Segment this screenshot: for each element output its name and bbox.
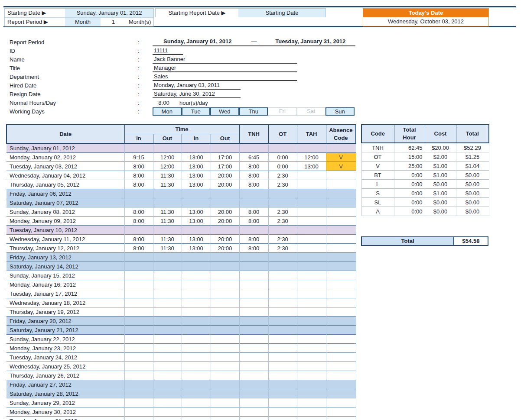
time-cell[interactable]: 20:00 bbox=[211, 171, 239, 180]
absence-code-cell[interactable] bbox=[326, 398, 356, 407]
time-cell[interactable] bbox=[268, 380, 297, 389]
date-cell[interactable]: Monday, January 09, 2012 bbox=[7, 216, 124, 226]
time-cell[interactable]: 8:00 bbox=[124, 244, 153, 253]
working-day-sat[interactable]: Sat bbox=[297, 107, 326, 116]
time-cell[interactable] bbox=[268, 389, 297, 398]
time-cell[interactable]: 8:00 bbox=[124, 162, 153, 171]
working-day-fri[interactable]: Fri bbox=[268, 107, 297, 116]
total-hour-cell[interactable]: 0:00 bbox=[394, 171, 425, 180]
time-cell[interactable] bbox=[182, 262, 211, 271]
code-cell[interactable]: SL bbox=[361, 198, 394, 207]
time-cell[interactable] bbox=[182, 398, 211, 407]
time-cell[interactable] bbox=[268, 198, 297, 207]
date-cell[interactable]: Monday, January 30, 2012 bbox=[7, 407, 124, 417]
time-cell[interactable] bbox=[239, 417, 268, 420]
time-cell[interactable] bbox=[297, 262, 326, 271]
time-cell[interactable]: 13:00 bbox=[297, 162, 326, 171]
time-cell[interactable] bbox=[268, 326, 297, 335]
time-cell[interactable] bbox=[153, 335, 182, 344]
time-cell[interactable] bbox=[297, 289, 326, 298]
time-cell[interactable] bbox=[182, 380, 211, 389]
total-cell[interactable]: $0.00 bbox=[456, 189, 489, 198]
time-cell[interactable] bbox=[124, 143, 153, 153]
time-cell[interactable] bbox=[297, 271, 326, 280]
time-cell[interactable]: 2:30 bbox=[268, 216, 297, 226]
time-cell[interactable] bbox=[124, 253, 153, 262]
absence-code-cell[interactable] bbox=[326, 407, 356, 417]
absence-code-cell[interactable] bbox=[326, 216, 356, 226]
time-cell[interactable]: 20:00 bbox=[211, 244, 239, 253]
grand-total-value[interactable]: $54.58 bbox=[454, 237, 488, 245]
time-cell[interactable]: 13:00 bbox=[182, 235, 211, 244]
time-cell[interactable]: 2:30 bbox=[268, 235, 297, 244]
time-cell[interactable] bbox=[153, 371, 182, 380]
date-cell[interactable]: Wednesday, January 25, 2012 bbox=[7, 362, 124, 371]
time-cell[interactable] bbox=[211, 353, 239, 362]
time-cell[interactable] bbox=[297, 171, 326, 180]
time-cell[interactable] bbox=[124, 353, 153, 362]
cost-cell[interactable]: $0.00 bbox=[425, 180, 456, 189]
time-cell[interactable] bbox=[153, 280, 182, 289]
time-cell[interactable]: 20:00 bbox=[211, 235, 239, 244]
absence-code-cell[interactable] bbox=[326, 289, 356, 298]
date-cell[interactable]: Sunday, January 15, 2012 bbox=[7, 271, 124, 280]
time-cell[interactable] bbox=[239, 189, 268, 198]
time-cell[interactable] bbox=[153, 398, 182, 407]
time-cell[interactable]: 0:00 bbox=[268, 162, 297, 171]
time-cell[interactable] bbox=[211, 326, 239, 335]
time-cell[interactable] bbox=[239, 317, 268, 326]
time-cell[interactable] bbox=[268, 344, 297, 353]
time-cell[interactable] bbox=[182, 271, 211, 280]
date-cell[interactable]: Saturday, January 14, 2012 bbox=[7, 262, 124, 271]
working-day-thu[interactable]: Thu bbox=[239, 107, 268, 116]
date-cell[interactable]: Tuesday, January 24, 2012 bbox=[7, 353, 124, 362]
time-cell[interactable] bbox=[239, 407, 268, 417]
time-cell[interactable] bbox=[153, 380, 182, 389]
report-period-from[interactable]: Sunday, January 01, 2012 bbox=[153, 38, 242, 45]
time-cell[interactable]: 20:00 bbox=[211, 207, 239, 216]
date-cell[interactable]: Friday, January 06, 2012 bbox=[7, 189, 124, 198]
time-cell[interactable]: 2:30 bbox=[268, 180, 297, 189]
title-value[interactable]: Manager bbox=[153, 64, 297, 72]
date-cell[interactable]: Sunday, January 22, 2012 bbox=[7, 335, 124, 344]
time-cell[interactable] bbox=[153, 353, 182, 362]
total-hour-cell[interactable]: 0:00 bbox=[394, 189, 425, 198]
absence-code-cell[interactable]: V bbox=[326, 153, 356, 162]
time-cell[interactable] bbox=[211, 417, 239, 420]
total-hour-cell[interactable]: 0:00 bbox=[394, 207, 425, 216]
time-cell[interactable]: 11:30 bbox=[153, 216, 182, 226]
time-cell[interactable] bbox=[268, 307, 297, 317]
time-cell[interactable] bbox=[182, 407, 211, 417]
time-cell[interactable] bbox=[268, 398, 297, 407]
time-cell[interactable] bbox=[297, 216, 326, 226]
time-cell[interactable]: 8:00 bbox=[124, 235, 153, 244]
time-cell[interactable] bbox=[182, 143, 211, 153]
time-cell[interactable] bbox=[211, 198, 239, 207]
time-cell[interactable] bbox=[297, 371, 326, 380]
date-cell[interactable]: Tuesday, January 03, 2012 bbox=[7, 162, 124, 171]
time-cell[interactable] bbox=[239, 280, 268, 289]
time-cell[interactable] bbox=[211, 298, 239, 307]
time-cell[interactable]: 8:00 bbox=[239, 162, 268, 171]
code-cell[interactable]: S bbox=[361, 189, 394, 198]
time-cell[interactable]: 8:00 bbox=[239, 235, 268, 244]
time-cell[interactable] bbox=[211, 262, 239, 271]
time-cell[interactable] bbox=[297, 244, 326, 253]
time-cell[interactable] bbox=[124, 289, 153, 298]
time-cell[interactable]: 2:30 bbox=[268, 207, 297, 216]
time-cell[interactable] bbox=[211, 280, 239, 289]
time-cell[interactable]: 12:00 bbox=[297, 153, 326, 162]
time-cell[interactable] bbox=[211, 143, 239, 153]
time-cell[interactable] bbox=[297, 380, 326, 389]
time-cell[interactable]: 13:00 bbox=[182, 244, 211, 253]
normal-hours-value[interactable]: 8:00 bbox=[153, 100, 175, 106]
time-cell[interactable]: 13:00 bbox=[182, 162, 211, 171]
time-cell[interactable]: 8:00 bbox=[239, 180, 268, 189]
time-cell[interactable] bbox=[211, 189, 239, 198]
time-cell[interactable]: 8:00 bbox=[239, 216, 268, 226]
total-hour-cell[interactable]: 15:00 bbox=[394, 152, 425, 162]
time-cell[interactable] bbox=[211, 307, 239, 317]
time-cell[interactable] bbox=[268, 226, 297, 235]
time-cell[interactable] bbox=[268, 289, 297, 298]
absence-code-cell[interactable] bbox=[326, 344, 356, 353]
